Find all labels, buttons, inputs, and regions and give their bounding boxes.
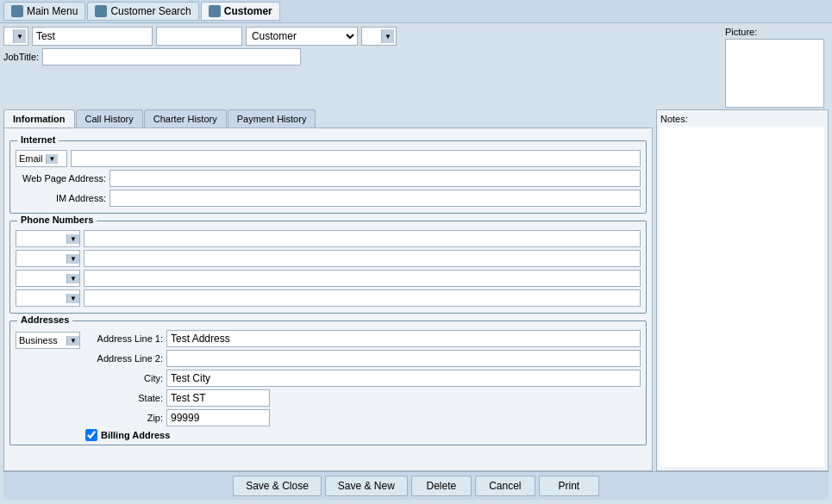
menu-icon (11, 5, 23, 17)
phone-type-2[interactable]: ▼ (16, 250, 80, 267)
city-label: City: (85, 373, 163, 383)
internet-legend: Internet (17, 134, 59, 145)
internet-section: Internet Email ▼ Web Page Address: (9, 140, 647, 214)
phone-row-4: ▼ (16, 289, 641, 307)
city-input[interactable] (166, 370, 641, 387)
tab-information[interactable]: Information (3, 109, 75, 128)
phone-legend: Phone Numbers (17, 215, 97, 225)
city-row: City: (85, 370, 641, 387)
tab-main-menu[interactable]: Main Menu (3, 2, 85, 21)
jobtitle-input[interactable] (42, 48, 301, 65)
zip-row: Zip: (85, 409, 641, 426)
phone-numbers-section: Phone Numbers ▼ ▼ (9, 221, 647, 314)
tab-content-information: Internet Email ▼ Web Page Address: (3, 128, 653, 471)
phone-row-1: ▼ (16, 230, 641, 247)
customer-icon (209, 5, 221, 17)
bottom-bar: Save & Close Save & New Delete Cancel Pr… (3, 471, 829, 500)
email-type-dropdown[interactable]: Email ▼ (16, 150, 67, 167)
name-row: ▼ Customer ▼ (3, 27, 725, 46)
phone-type-4[interactable]: ▼ (16, 289, 80, 307)
main-content: ▼ Customer ▼ JobTitle: (0, 23, 832, 503)
jobtitle-row: JobTitle: (3, 48, 725, 65)
left-panel: Information Call History Charter History… (3, 109, 653, 471)
phone-row-2: ▼ (16, 250, 641, 267)
phone-input-1[interactable] (84, 230, 641, 247)
email-type-label: Email (16, 153, 46, 164)
state-label: State: (85, 393, 163, 403)
save-close-button[interactable]: Save & Close (233, 476, 322, 496)
address-line2-row: Address Line 2: (85, 350, 641, 367)
notes-textarea[interactable] (660, 127, 824, 467)
address-type-dropdown[interactable]: Business ▼ (16, 332, 80, 349)
address-form: Address Line 1: Address Line 2: City: (85, 330, 641, 441)
addresses-section: Addresses Business ▼ Address Line 1: (9, 320, 647, 445)
address-line1-input[interactable] (166, 330, 641, 347)
picture-label: Picture: (725, 27, 757, 37)
tab-customer-search[interactable]: Customer Search (87, 2, 198, 21)
notes-label: Notes: (660, 114, 824, 124)
billing-row: Billing Address (85, 429, 641, 441)
tab-payment-history[interactable]: Payment History (228, 109, 316, 128)
state-input[interactable] (166, 389, 270, 407)
email-input[interactable] (71, 150, 641, 167)
billing-checkbox[interactable] (85, 429, 97, 441)
phone-type-arrow-3[interactable]: ▼ (66, 274, 79, 283)
im-input[interactable] (109, 190, 641, 207)
header-area: ▼ Customer ▼ JobTitle: (3, 27, 829, 108)
delete-button[interactable]: Delete (411, 476, 472, 496)
phone-row-3: ▼ (16, 270, 641, 287)
webpage-row: Web Page Address: (16, 170, 641, 187)
phone-type-arrow-1[interactable]: ▼ (66, 234, 79, 244)
print-button[interactable]: Print (539, 476, 599, 496)
cancel-button[interactable]: Cancel (475, 476, 535, 496)
webpage-input[interactable] (109, 170, 641, 187)
last-name-input[interactable] (156, 27, 242, 46)
zip-input[interactable] (166, 409, 270, 426)
phone-input-4[interactable] (84, 289, 641, 307)
address-type-arrow[interactable]: ▼ (66, 336, 79, 345)
im-label: IM Address: (16, 193, 106, 203)
header-fields: ▼ Customer ▼ JobTitle: (3, 27, 725, 69)
customer-type-dropdown[interactable]: Customer (246, 27, 358, 46)
billing-label: Billing Address (101, 430, 170, 440)
suffix-dropdown[interactable]: ▼ (361, 27, 397, 46)
picture-section: Picture: (725, 27, 829, 108)
address-line2-input[interactable] (166, 350, 641, 367)
email-row: Email ▼ (16, 150, 641, 167)
email-dropdown-arrow[interactable]: ▼ (46, 154, 59, 164)
state-row: State: (85, 389, 641, 407)
webpage-label: Web Page Address: (16, 173, 106, 184)
im-row: IM Address: (16, 190, 641, 207)
save-new-button[interactable]: Save & New (325, 476, 408, 496)
phone-type-arrow-4[interactable]: ▼ (66, 294, 79, 303)
phone-input-2[interactable] (84, 250, 641, 267)
prefix-arrow[interactable]: ▼ (13, 29, 26, 43)
first-name-input[interactable] (32, 27, 153, 46)
tab-customer[interactable]: Customer (201, 2, 280, 21)
search-icon (95, 5, 107, 17)
prefix-dropdown[interactable]: ▼ (3, 27, 28, 46)
jobtitle-label: JobTitle: (3, 52, 39, 62)
customer-type-select[interactable]: Customer (247, 28, 357, 45)
phone-type-arrow-2[interactable]: ▼ (66, 254, 79, 264)
address-type-label: Business (16, 335, 66, 345)
address-line2-label: Address Line 2: (85, 353, 163, 364)
address-line1-label: Address Line 1: (85, 333, 163, 344)
two-col-layout: Information Call History Charter History… (3, 109, 829, 471)
notes-panel: Notes: (656, 109, 829, 471)
suffix-arrow[interactable]: ▼ (381, 29, 394, 43)
zip-label: Zip: (85, 413, 163, 423)
tab-call-history[interactable]: Call History (76, 109, 143, 128)
addresses-legend: Addresses (17, 314, 72, 325)
address-line1-row: Address Line 1: (85, 330, 641, 347)
title-bar: Main Menu Customer Search Customer (0, 0, 832, 23)
picture-box (725, 39, 824, 108)
tab-strip: Information Call History Charter History… (3, 109, 653, 128)
tab-charter-history[interactable]: Charter History (144, 109, 227, 128)
phone-type-1[interactable]: ▼ (16, 230, 80, 247)
phone-input-3[interactable] (84, 270, 641, 287)
phone-type-3[interactable]: ▼ (16, 270, 80, 287)
